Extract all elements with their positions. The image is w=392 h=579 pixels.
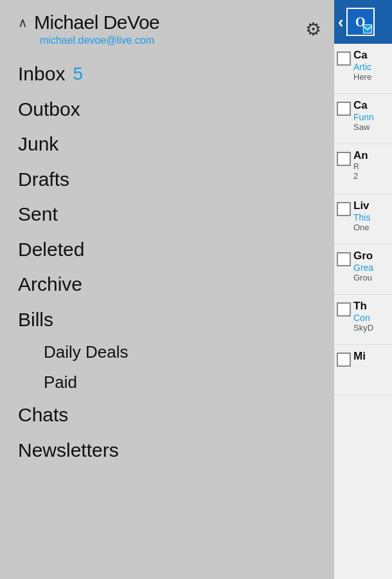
outlook-envelope-icon <box>363 24 372 33</box>
inbox-badge: 5 <box>73 64 83 84</box>
email-checkbox-5[interactable] <box>337 302 351 317</box>
email-item-3[interactable]: Liv This One <box>334 194 392 244</box>
nav-item-chats[interactable]: Chats <box>0 398 334 433</box>
email-content-4: Gro Grea Grou <box>353 250 389 282</box>
outbox-label: Outbox <box>18 98 80 121</box>
email-sender-2: An <box>353 149 389 162</box>
email-content-6: Mi <box>353 350 389 363</box>
nav-item-deleted[interactable]: Deleted <box>0 232 334 268</box>
account-name-row[interactable]: ∧ Michael DeVoe <box>18 12 159 33</box>
nav-item-daily-deals[interactable]: Daily Deals <box>0 337 334 367</box>
nav-item-newsletters[interactable]: Newsletters <box>0 433 334 468</box>
email-checkbox-1[interactable] <box>337 102 351 116</box>
gear-icon[interactable]: ⚙ <box>305 19 321 40</box>
email-item-2[interactable]: An R 2 <box>334 144 392 194</box>
chats-label: Chats <box>18 404 68 427</box>
email-sender-0: Ca <box>353 49 389 62</box>
email-preview-0: Here <box>353 72 389 82</box>
email-item-6[interactable]: Mi <box>334 345 392 395</box>
email-content-3: Liv This One <box>353 199 389 232</box>
email-sender-5: Th <box>353 300 389 313</box>
email-sender-6: Mi <box>353 350 389 363</box>
email-item-4[interactable]: Gro Grea Grou <box>334 244 392 295</box>
email-subject-3: This <box>353 212 389 223</box>
account-email[interactable]: michael.devoe@live.com <box>18 35 159 46</box>
account-info: ∧ Michael DeVoe michael.devoe@live.com <box>18 12 159 46</box>
paid-label: Paid <box>44 372 77 392</box>
email-preview-3: One <box>353 223 389 232</box>
sent-label: Sent <box>18 203 58 226</box>
nav-item-archive[interactable]: Archive <box>0 267 334 302</box>
back-arrow-icon[interactable]: ‹ <box>338 12 344 32</box>
email-content-1: Ca Funn Saw <box>353 99 389 132</box>
sidebar: ∧ Michael DeVoe michael.devoe@live.com ⚙… <box>0 0 334 579</box>
email-content-5: Th Con SkyD <box>353 300 389 333</box>
email-preview-5: SkyD <box>353 323 389 333</box>
nav-item-drafts[interactable]: Drafts <box>0 162 334 198</box>
newsletters-label: Newsletters <box>18 439 119 462</box>
nav-item-sent[interactable]: Sent <box>0 197 334 232</box>
email-subject-4: Grea <box>353 262 389 273</box>
email-sender-1: Ca <box>353 99 389 112</box>
email-sender-3: Liv <box>353 199 389 212</box>
top-bar: ‹ O <box>334 0 392 44</box>
email-sender-4: Gro <box>353 250 389 262</box>
deleted-label: Deleted <box>18 239 84 261</box>
email-checkbox-4[interactable] <box>337 252 351 266</box>
email-checkbox-3[interactable] <box>337 202 351 216</box>
email-meta-2: R <box>353 162 389 171</box>
archive-label: Archive <box>18 273 82 296</box>
email-item-5[interactable]: Th Con SkyD <box>334 295 392 345</box>
email-item-0[interactable]: Ca Artic Here <box>334 44 392 94</box>
outlook-logo-container: O <box>346 8 375 36</box>
email-checkbox-2[interactable] <box>337 152 351 166</box>
email-preview-2: 2 <box>353 171 389 181</box>
nav-item-paid[interactable]: Paid <box>0 367 334 398</box>
email-checkbox-0[interactable] <box>337 51 351 66</box>
email-subject-0: Artic <box>353 62 389 72</box>
account-header: ∧ Michael DeVoe michael.devoe@live.com ⚙ <box>0 0 334 57</box>
email-item-1[interactable]: Ca Funn Saw <box>334 94 392 144</box>
drafts-label: Drafts <box>18 169 69 191</box>
junk-label: Junk <box>18 133 58 156</box>
nav-item-bills[interactable]: Bills <box>0 302 334 338</box>
email-checkbox-6[interactable] <box>337 353 351 367</box>
email-preview-4: Grou <box>353 273 389 282</box>
bills-label: Bills <box>18 309 53 331</box>
account-name: Michael DeVoe <box>34 12 159 33</box>
nav-item-junk[interactable]: Junk <box>0 127 334 162</box>
chevron-up-icon[interactable]: ∧ <box>18 16 28 29</box>
email-content-2: An R 2 <box>353 149 389 181</box>
email-list-panel: ‹ O Ca Artic Here Ca Funn Saw An <box>334 0 392 579</box>
email-content-0: Ca Artic Here <box>353 49 389 82</box>
email-subject-1: Funn <box>353 112 389 122</box>
nav-item-inbox[interactable]: Inbox 5 <box>0 57 334 92</box>
daily-deals-label: Daily Deals <box>44 342 129 362</box>
email-subject-5: Con <box>353 313 389 323</box>
email-preview-1: Saw <box>353 122 389 132</box>
nav-item-outbox[interactable]: Outbox <box>0 92 334 127</box>
inbox-label: Inbox <box>18 63 65 86</box>
